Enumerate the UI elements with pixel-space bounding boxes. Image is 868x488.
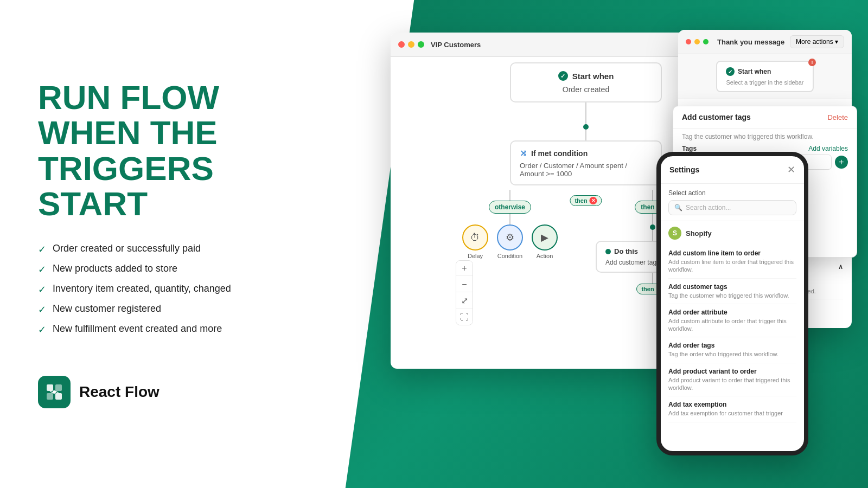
action-item[interactable]: Add product variant to orderAdd product …: [668, 363, 796, 397]
condition-icon: ⤨: [520, 148, 527, 158]
check-icon: ✓: [38, 243, 46, 255]
condition-small-label: Condition: [497, 253, 522, 259]
trigger-titlebar: Thank you message More actions ▾: [678, 30, 852, 54]
dot-yellow: [408, 41, 414, 48]
remove-then[interactable]: ✕: [590, 197, 597, 204]
logo-section: React Flow: [38, 376, 298, 408]
connector-then: then ✕: [583, 102, 589, 140]
trigger-workflow-area: ✓ Start when Select a trigger in the sid…: [678, 54, 852, 99]
logo-icon: [38, 376, 71, 408]
shopify-logo: S: [668, 227, 681, 240]
action-desc: Add custom attribute to order that trigg…: [668, 317, 796, 333]
condition-label: If met condition: [531, 149, 588, 158]
feature-item: ✓New fulfillment event created and more: [38, 323, 298, 336]
action-desc: Add custom line item to order that trigg…: [668, 258, 796, 274]
add-variables-link[interactable]: Add variables: [808, 145, 848, 152]
action-desc: Tag the order who triggered this workflo…: [668, 350, 796, 358]
order-created-text: Order created: [522, 85, 650, 94]
search-action-box[interactable]: 🔍 Search action...: [668, 200, 796, 215]
feature-item: ✓Order created or successfully paid: [38, 243, 298, 255]
tags-panel-desc: Tag the customer who triggered this work…: [673, 129, 857, 140]
chevron-up-icon2: ∧: [838, 263, 843, 271]
feature-item: ✓New products added to store: [38, 263, 298, 275]
right-panel: Thank you message More actions ▾ ✓ Start…: [336, 0, 868, 488]
action-desc: Tag the customer who triggered this work…: [668, 292, 796, 299]
dot-red: [398, 41, 405, 48]
modal-search-section: Select action 🔍 Search action...: [661, 184, 804, 221]
workflow-window-title: VIP Customers: [431, 41, 481, 49]
do-this-dot: [605, 249, 611, 254]
action-title: Add order tags: [668, 342, 796, 349]
add-tag-button[interactable]: +: [835, 156, 848, 169]
trigger-actions-button[interactable]: More actions ▾: [790, 35, 844, 48]
dot-green: [703, 39, 709, 44]
zoom-in-button[interactable]: +: [456, 261, 473, 276]
action-title: Add custom line item to order: [668, 249, 796, 257]
action-items-list: Add custom line item to orderAdd custom …: [668, 245, 796, 422]
action-item[interactable]: Add tax exemptionAdd tax exemption for c…: [668, 396, 796, 422]
canvas-controls: + − ⤢ ⛶: [456, 260, 473, 325]
action-title: Add product variant to order: [668, 368, 796, 375]
bottom-actions-row: ⏱ Delay ⚙ Condition ▶: [462, 224, 558, 259]
dot-yellow: [694, 39, 700, 44]
feature-item: ✓New customer registered: [38, 303, 298, 316]
features-list: ✓Order created or successfully paid✓New …: [38, 243, 298, 343]
fullscreen-button[interactable]: ⛶: [456, 310, 473, 325]
modal-title: Settings: [669, 165, 699, 174]
modal-close-button[interactable]: ✕: [787, 164, 795, 176]
delete-button[interactable]: Delete: [827, 113, 848, 121]
tags-panel-title: Add customer tags: [682, 113, 751, 121]
dot-red: [686, 39, 691, 44]
start-when-label: Start when: [572, 72, 614, 81]
check-icon: ✓: [38, 264, 46, 275]
svg-rect-2: [47, 393, 53, 400]
dot-green-btn: [418, 41, 424, 48]
start-icon: ✓: [558, 71, 568, 81]
trigger-start-node: ✓ Start when Select a trigger in the sid…: [716, 61, 814, 92]
fit-screen-button[interactable]: ⤢: [456, 293, 473, 309]
action-desc: Add tax exemption for customer that trig…: [668, 409, 796, 417]
left-panel: RUN FLOW WHEN THE TRIGGERS START ✓Order …: [0, 0, 336, 488]
error-dot: !: [808, 59, 816, 66]
action-item[interactable]: Add custom line item to orderAdd custom …: [668, 245, 796, 279]
start-checkmark: ✓: [726, 67, 735, 76]
search-icon2: 🔍: [674, 204, 682, 211]
check-icon: ✓: [38, 304, 46, 316]
shopify-brand: S Shopify: [668, 227, 796, 240]
otherwise-branch: otherwise ⏱ Delay ⚙: [462, 190, 558, 259]
condition-node-small[interactable]: ⚙: [497, 224, 523, 251]
start-when-node[interactable]: ✓ Start when Order created: [510, 62, 662, 102]
shopify-name: Shopify: [686, 229, 712, 237]
feature-item: ✓Inventory item created, quantity, chang…: [38, 283, 298, 296]
hero-title: RUN FLOW WHEN THE TRIGGERS START: [38, 80, 298, 221]
check-icon: ✓: [38, 324, 46, 336]
search-action-modal: Settings ✕ Select action 🔍 Search action…: [656, 152, 808, 455]
svg-rect-1: [55, 384, 62, 391]
delay-label: Delay: [468, 253, 483, 259]
do-this-label: Do this: [614, 247, 638, 255]
select-action-label: Select action: [668, 189, 796, 197]
logo-text: React Flow: [79, 383, 159, 401]
action-item[interactable]: Add customer tagsTag the customer who tr…: [668, 279, 796, 304]
action-item[interactable]: Add order attributeAdd custom attribute …: [668, 304, 796, 338]
action-wrapper: ▶ Action: [532, 224, 558, 259]
action-title: Add customer tags: [668, 283, 796, 291]
svg-rect-3: [55, 393, 62, 400]
tags-label: Tags: [682, 145, 697, 152]
then-badge: then ✕: [570, 195, 602, 206]
delay-node[interactable]: ⏱: [462, 224, 488, 251]
modal-inner: Settings ✕ Select action 🔍 Search action…: [661, 156, 804, 451]
trigger-window-title: Thank you message: [717, 38, 784, 46]
condition-node[interactable]: ⤨ If met condition Order / Customer / Am…: [510, 140, 662, 185]
zoom-out-button[interactable]: −: [456, 277, 473, 292]
action-desc: Add product variant to order that trigge…: [668, 376, 796, 392]
action-node[interactable]: ▶: [532, 224, 558, 251]
action-title: Add tax exemption: [668, 401, 796, 408]
condition-text: Order / Customer / Amount spent / Amount…: [520, 162, 652, 178]
select-trigger-text: Select a trigger in the sidebar: [726, 79, 804, 86]
delay-wrapper: ⏱ Delay: [462, 224, 488, 259]
shopify-section: S Shopify Add custom line item to orderA…: [661, 221, 804, 428]
action-item[interactable]: Add order tagsTag the order who triggere…: [668, 337, 796, 363]
otherwise-badge: otherwise: [489, 201, 531, 214]
action-label: Action: [537, 253, 553, 259]
